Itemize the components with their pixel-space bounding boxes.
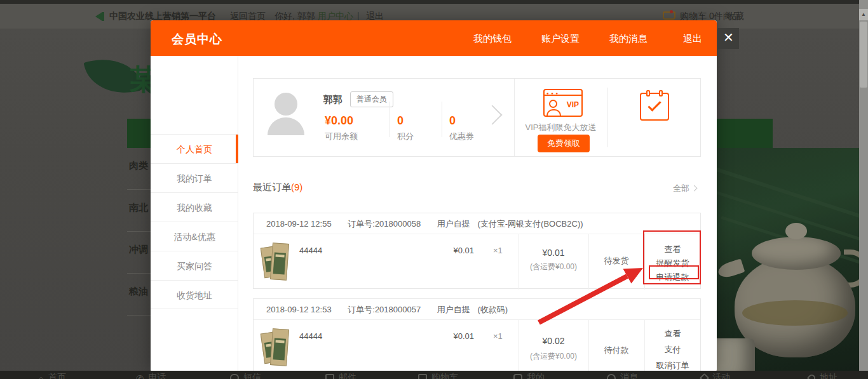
cart-icon[interactable] <box>663 11 675 20</box>
avatar <box>268 117 304 135</box>
tea-banner-photo <box>717 148 868 379</box>
user-name: 郭郭 <box>323 94 342 106</box>
order-total: ¥0.02 <box>519 336 588 346</box>
sidebar-item-my-favorites[interactable]: 我的收藏 <box>151 192 238 222</box>
sidebar-item-address[interactable]: 收货地址 <box>151 280 238 309</box>
bottom-nav-address[interactable]: 地址 <box>808 372 837 379</box>
order-delivery: 用户自提 <box>437 219 470 229</box>
vip-caption: VIP福利限免大放送 <box>514 122 607 133</box>
free-claim-button[interactable]: 免费领取 <box>538 135 590 152</box>
bottom-nav-mail[interactable]: 邮件 <box>325 372 356 379</box>
calendar-check-icon[interactable] <box>640 93 669 121</box>
order-payment: (支付宝-网银支付(BOCB2C)) <box>477 219 583 229</box>
category-item[interactable]: 肉类 <box>127 148 151 190</box>
nav-logout[interactable]: 退出 <box>683 33 702 45</box>
order-number: 订单号:2018000057 <box>348 305 421 314</box>
activity-icon <box>700 373 710 379</box>
scrollbar[interactable]: ▲ <box>859 0 868 379</box>
modal-header: 会员中心 我的钱包 账户设置 我的消息 退出 <box>151 20 717 56</box>
bottom-nav-activity[interactable]: 活动 <box>701 372 730 379</box>
mail-icon <box>325 374 334 379</box>
vip-icon: ● ● ● VIP <box>543 89 583 117</box>
avatar <box>275 93 297 116</box>
phone-icon: ✆ <box>136 375 144 379</box>
vip-promo-block: ● ● ● VIP VIP福利限免大放送 免费领取 <box>514 79 607 156</box>
sms-icon <box>230 374 239 379</box>
bottom-nav-home[interactable]: ⌂首页 <box>38 372 66 379</box>
bottom-nav-cart[interactable]: 购物车 <box>418 372 458 379</box>
background-category-list: 肉类 南北 冲调 粮油 <box>127 148 151 338</box>
nav-my-wallet[interactable]: 我的钱包 <box>473 33 512 45</box>
modal-title: 会员中心 <box>172 31 222 48</box>
action-pay[interactable]: 支付 <box>644 343 701 359</box>
order-delivery: 用户自提 <box>437 305 470 314</box>
bottom-nav-messages[interactable]: 消息 <box>607 372 638 379</box>
order-shipping-note: (含运费¥0.00) <box>519 351 588 362</box>
home-icon: ⌂ <box>38 375 44 379</box>
bottom-nav-bar: ⌂首页 ✆电话 短信 邮件 购物车 我的 消息 活动 地址 <box>0 371 868 379</box>
product-name[interactable]: 44444 <box>299 246 322 255</box>
bottom-nav-mine[interactable]: 我的 <box>513 372 545 379</box>
chevron-right-icon <box>691 185 698 192</box>
order-datetime: 2018-09-12 12:55 <box>266 219 332 229</box>
sidebar-item-my-orders[interactable]: 我的订单 <box>151 163 238 192</box>
nav-account-settings[interactable]: 账户设置 <box>541 33 580 45</box>
close-icon[interactable]: ✕ <box>718 28 739 49</box>
cart-icon <box>418 374 427 379</box>
bottom-nav-phone[interactable]: ✆电话 <box>136 372 166 379</box>
points-label: 积分 <box>397 131 414 142</box>
address-icon <box>807 373 817 379</box>
product-name[interactable]: 44444 <box>299 331 322 341</box>
order-header: 2018-09-12 12:55 订单号:2018000058 用户自提 (支付… <box>254 213 700 234</box>
action-cancel-order[interactable]: 取消订单 <box>644 359 701 372</box>
product-thumbnail[interactable] <box>262 242 292 281</box>
order-datetime: 2018-09-12 12:53 <box>266 305 332 314</box>
recent-orders-count: (9) <box>291 182 302 192</box>
announcement-speaker-icon <box>95 12 102 21</box>
profile-chevron-icon[interactable] <box>482 105 502 124</box>
favorites-link[interactable]: 收藏 <box>726 11 744 22</box>
scrollbar-up-arrow[interactable]: ▲ <box>859 9 868 20</box>
sidebar-item-personal-home[interactable]: 个人首页 <box>151 134 238 163</box>
coupons-label: 优惠券 <box>449 131 474 142</box>
order-payment: (收款码) <box>477 305 508 314</box>
product-thumbnail[interactable] <box>262 328 292 367</box>
annotation-box-request-refund <box>649 265 699 279</box>
profile-summary-card: 郭郭 普通会员 ¥0.00 可用余额 0 积分 0 优惠券 ● ● ● VIP … <box>253 78 701 157</box>
recent-orders-title: 最近订单(9) <box>253 182 302 194</box>
balance-label: 可用余额 <box>325 131 358 142</box>
view-all-orders-link[interactable]: 全部 <box>673 183 696 194</box>
category-item[interactable]: 南北 <box>127 190 151 232</box>
message-icon <box>607 374 616 379</box>
modal-sidebar: 个人首页 我的订单 我的收藏 活动&优惠 买家问答 收货地址 <box>151 56 238 372</box>
mine-icon <box>513 374 522 379</box>
product-price: ¥0.01 <box>425 246 474 255</box>
points-value: 0 <box>397 114 403 128</box>
coupons-value: 0 <box>449 114 456 128</box>
separator: | <box>357 11 360 21</box>
product-qty: ×1 <box>493 246 503 255</box>
scrollbar-thumb[interactable] <box>860 22 867 88</box>
nav-my-messages[interactable]: 我的消息 <box>609 33 648 45</box>
product-qty: ×1 <box>493 331 503 341</box>
bottom-nav-sms[interactable]: 短信 <box>230 372 261 379</box>
category-item[interactable]: 粮油 <box>127 274 151 316</box>
annotation-arrow <box>521 254 654 336</box>
sidebar-item-activities[interactable]: 活动&优惠 <box>151 222 238 251</box>
product-price: ¥0.01 <box>425 331 474 341</box>
sidebar-item-buyer-qa[interactable]: 买家问答 <box>151 251 238 280</box>
balance-value: ¥0.00 <box>325 114 353 128</box>
member-level-badge: 普通会员 <box>350 91 393 107</box>
order-status: 待付款 <box>588 345 644 356</box>
sign-in-block <box>607 79 702 156</box>
category-item[interactable]: 冲调 <box>127 232 151 274</box>
order-number: 订单号:2018000058 <box>348 219 421 229</box>
